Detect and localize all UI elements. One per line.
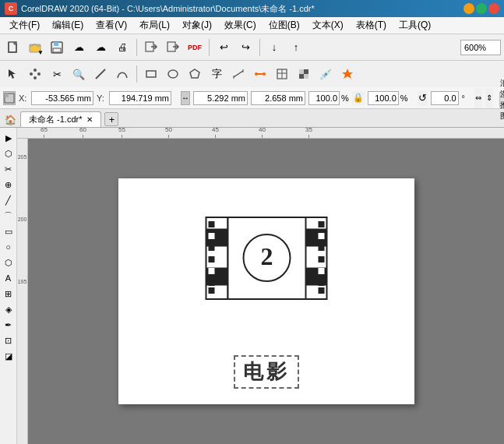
chinese-text-element[interactable]: 电影 — [234, 355, 299, 389]
zoom-tool[interactable]: 🔍 — [69, 64, 89, 84]
svg-rect-5 — [54, 42, 58, 46]
romantic-btn[interactable]: 浪漫推图 — [499, 91, 504, 108]
angle-input[interactable] — [431, 91, 459, 105]
select-tool[interactable] — [3, 64, 23, 84]
maximize-button[interactable] — [476, 3, 487, 14]
svg-rect-49 — [318, 256, 324, 263]
white-canvas: 2 电影 — [118, 178, 414, 404]
arrow-down-button[interactable]: ↓ — [264, 37, 284, 58]
lt-ellipse[interactable]: ○ — [2, 240, 16, 254]
tab-document[interactable]: 未命名 -1.cdr* ✕ — [20, 111, 101, 127]
zoom-level[interactable]: 600% — [460, 40, 501, 55]
rotate-ccw-button[interactable]: ↺ — [418, 90, 428, 106]
eyedropper-tool[interactable]: 💉 — [315, 64, 336, 84]
ruler-tick-65: 65 — [41, 128, 48, 138]
print-button[interactable]: 🖨 — [112, 37, 132, 58]
export-pdf-button[interactable]: PDF — [185, 37, 205, 58]
svg-rect-51 — [318, 280, 324, 286]
w-input[interactable] — [193, 91, 248, 105]
mirror-v-button[interactable]: ⇕ — [485, 88, 493, 108]
lt-crop[interactable]: ✂ — [2, 162, 16, 176]
lt-freehand[interactable]: ╱ — [2, 193, 16, 207]
polygon-tool[interactable] — [185, 64, 205, 84]
lt-smart[interactable]: ⌒ — [2, 209, 16, 223]
save-button[interactable] — [47, 37, 67, 58]
menu-bitmap[interactable]: 位图(B) — [263, 17, 306, 33]
redo-button[interactable]: ↪ — [235, 37, 256, 58]
close-button[interactable] — [488, 3, 499, 14]
svg-rect-40 — [208, 245, 214, 251]
minimize-button[interactable] — [463, 3, 474, 14]
bezier-tool[interactable] — [112, 64, 132, 84]
y-input[interactable] — [109, 91, 171, 105]
new-button[interactable] — [3, 37, 23, 58]
checker-tool[interactable] — [294, 64, 314, 84]
lock-aspect-button[interactable]: 🔒 — [352, 91, 365, 105]
svg-rect-29 — [304, 69, 308, 74]
h-pct-input[interactable] — [368, 91, 399, 105]
svg-rect-31 — [304, 74, 308, 79]
lt-eyedrop[interactable]: ✒ — [2, 318, 16, 332]
svg-rect-34 — [5, 93, 9, 97]
ruler-tick-55: 55 — [118, 128, 125, 138]
import-button[interactable] — [141, 37, 161, 58]
menu-view[interactable]: 查看(V) — [90, 17, 133, 33]
mirror-h-button[interactable]: ⇔ — [474, 88, 482, 108]
undo-button[interactable]: ↩ — [213, 37, 234, 58]
open-button[interactable]: ▼ — [25, 37, 45, 58]
menu-edit[interactable]: 编辑(E) — [46, 17, 90, 33]
svg-point-13 — [37, 72, 41, 76]
canvas-row: 205 200 195 — [17, 139, 504, 444]
menu-layout[interactable]: 布局(L) — [133, 17, 176, 33]
x-input[interactable] — [31, 91, 93, 105]
dimension-tool[interactable] — [228, 64, 248, 84]
svg-point-15 — [33, 76, 37, 79]
lt-inter[interactable]: ⊡ — [2, 333, 16, 347]
lt-select[interactable]: ▶ — [2, 131, 16, 145]
export-button[interactable] — [163, 37, 183, 58]
w-pct-input[interactable] — [308, 91, 340, 105]
menu-text[interactable]: 文本(X) — [306, 17, 350, 33]
ruler-tick-50: 50 — [165, 128, 172, 138]
effect-tool[interactable] — [337, 64, 358, 84]
menu-table[interactable]: 表格(T) — [350, 17, 393, 33]
connector-tool[interactable] — [250, 64, 270, 84]
lt-rect[interactable]: ▭ — [2, 224, 16, 238]
lt-zoom[interactable]: ⊕ — [2, 178, 16, 192]
text-tool[interactable]: 字 — [206, 64, 227, 84]
lt-fill[interactable]: ◈ — [2, 302, 16, 316]
add-tab-button[interactable]: + — [104, 112, 118, 126]
lt-polygon[interactable]: ⬡ — [2, 255, 16, 270]
lt-trans[interactable]: ◪ — [2, 349, 16, 363]
arrow-up-button[interactable]: ↑ — [286, 37, 306, 58]
menu-effects[interactable]: 效果(C) — [218, 17, 263, 33]
menu-tools[interactable]: 工具(Q) — [393, 17, 437, 33]
canvas-wrapper[interactable]: 2 电影 — [28, 139, 504, 444]
lt-table[interactable]: ⊞ — [2, 287, 16, 301]
svg-rect-38 — [208, 221, 214, 227]
svg-rect-28 — [299, 69, 304, 74]
tab-close-icon[interactable]: ✕ — [86, 115, 93, 124]
freehand-tool[interactable] — [90, 64, 111, 84]
h-input[interactable] — [251, 91, 305, 105]
svg-rect-44 — [208, 287, 214, 294]
x-label: X: — [19, 93, 30, 103]
menu-file[interactable]: 文件(F) — [3, 17, 46, 33]
rect-tool[interactable] — [141, 64, 161, 84]
ruler-tick-60: 60 — [79, 128, 86, 138]
cloud-up-button[interactable]: ☁ — [69, 37, 89, 58]
svg-rect-16 — [146, 71, 156, 77]
size-icon: ↔ — [181, 91, 190, 105]
w-field — [193, 91, 248, 105]
crop-tool[interactable]: ✂ — [47, 64, 67, 84]
ellipse-tool[interactable] — [163, 64, 183, 84]
h-pct-field: % — [368, 91, 408, 105]
lt-node[interactable]: ⬡ — [2, 146, 16, 160]
menu-object[interactable]: 对象(J) — [176, 17, 218, 33]
cloud-down-button[interactable]: ☁ — [90, 37, 111, 58]
lt-text[interactable]: A — [2, 271, 16, 285]
shape-tool[interactable] — [25, 64, 45, 84]
svg-point-23 — [255, 72, 258, 76]
svg-point-24 — [263, 72, 266, 76]
table-tool[interactable] — [272, 64, 292, 84]
